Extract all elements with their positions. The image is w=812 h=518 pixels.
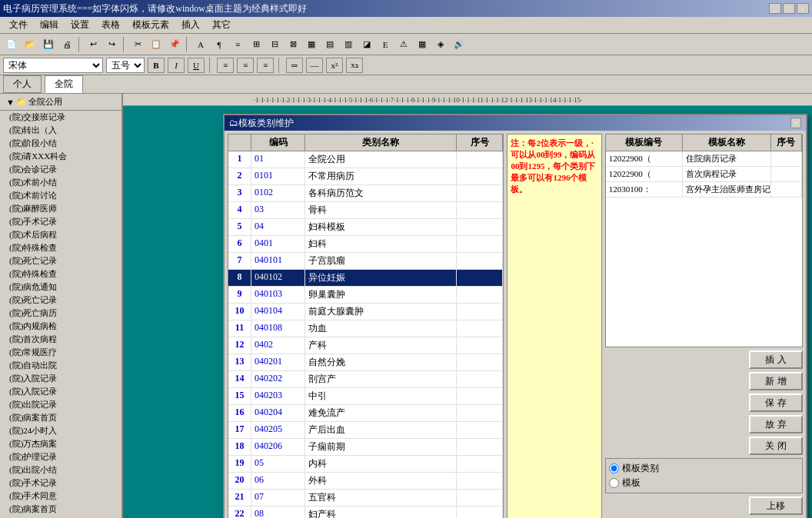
sidebar-item-8[interactable]: (院)手术记录 — [0, 215, 121, 228]
tab-personal[interactable]: 个人 — [3, 75, 42, 93]
sidebar-item-13[interactable]: (院)病危通知 — [0, 281, 121, 294]
tb-btn-extra1[interactable]: A — [192, 36, 209, 53]
right-row-2[interactable]: 12030100： 宫外孕主治医师查房记录 — [606, 182, 802, 198]
tb-btn-extra13[interactable]: ▦ — [414, 36, 431, 53]
table-row-9[interactable]: 10 040104 前庭大腺囊肿 — [228, 304, 503, 320]
sidebar-item-5[interactable]: (院)术前小结 — [0, 176, 121, 189]
sidebar-item-2[interactable]: (院)阶段小结 — [0, 137, 121, 150]
table-row-21[interactable]: 22 08 妇产科 — [228, 506, 503, 518]
move-up-button[interactable]: 上移 — [749, 496, 803, 515]
tb-btn-extra9[interactable]: ▥ — [340, 36, 357, 53]
sidebar-item-30[interactable]: (院)病案首页 — [0, 503, 121, 516]
sidebar-item-14[interactable]: (院)死亡记录 — [0, 294, 121, 307]
align-right-button[interactable]: ≡ — [257, 58, 274, 73]
sidebar-item-19[interactable]: (院)自动出院 — [0, 359, 121, 372]
close-window-button[interactable]: × — [797, 3, 809, 14]
paste-button[interactable]: 📌 — [166, 36, 183, 53]
bold-button[interactable]: B — [148, 58, 165, 73]
menu-template[interactable]: 模板元素 — [126, 17, 175, 33]
tb-btn-extra12[interactable]: ⚠ — [395, 36, 412, 53]
table-row-13[interactable]: 14 040202 剖宫产 — [228, 371, 503, 388]
fmt-extra1[interactable]: ═ — [286, 58, 303, 73]
radio-category[interactable]: 模板类别 — [609, 462, 799, 475]
font-size-select[interactable]: 五号 — [106, 58, 145, 73]
sidebar-item-9[interactable]: (院)术后病程 — [0, 228, 121, 241]
sidebar-item-16[interactable]: (院)内规病检 — [0, 320, 121, 333]
sidebar-item-18[interactable]: (院)常规医疗 — [0, 346, 121, 359]
menu-file[interactable]: 文件 — [3, 17, 34, 33]
align-left-button[interactable]: ≡ — [217, 58, 234, 73]
save-button[interactable]: 保 存 — [749, 393, 803, 412]
save-toolbar-button[interactable]: 💾 — [40, 36, 57, 53]
sidebar-item-17[interactable]: (院)首次病程 — [0, 333, 121, 346]
sidebar-item-1[interactable]: (院)转出（入 — [0, 124, 121, 137]
underline-button[interactable]: U — [188, 58, 205, 73]
table-row-4[interactable]: 5 04 妇科模板 — [228, 219, 503, 236]
font-family-select[interactable]: 宋体 — [3, 58, 103, 73]
tab-all[interactable]: 全院 — [45, 75, 83, 93]
table-row-15[interactable]: 16 040204 难免流产 — [228, 405, 503, 422]
table-row-10[interactable]: 11 040108 功血 — [228, 320, 503, 337]
tb-btn-extra3[interactable]: ≡ — [229, 36, 246, 53]
tb-btn-extra10[interactable]: ◪ — [358, 36, 375, 53]
right-row-0[interactable]: 12022900（ 住院病历记录 — [606, 151, 802, 167]
maximize-button[interactable]: □ — [783, 3, 795, 14]
undo-button[interactable]: ↩ — [85, 36, 102, 53]
sidebar-item-26[interactable]: (院)护理记录 — [0, 450, 121, 463]
fmt-extra3[interactable]: x² — [326, 58, 343, 73]
sidebar-item-15[interactable]: (院)死亡病历 — [0, 307, 121, 320]
table-row-6[interactable]: 7 040101 子宫肌瘤 — [228, 253, 503, 270]
table-row-20[interactable]: 21 07 五官科 — [228, 490, 503, 506]
add-button[interactable]: 新 增 — [749, 372, 803, 390]
fmt-extra2[interactable]: — — [306, 58, 323, 73]
sidebar-item-24[interactable]: (院)24小时入 — [0, 424, 121, 437]
italic-button[interactable]: I — [168, 58, 185, 73]
sidebar-item-21[interactable]: (院)入院记录 — [0, 385, 121, 398]
right-row-1[interactable]: 12022900（ 首次病程记录 — [606, 167, 802, 182]
tb-btn-extra2[interactable]: ¶ — [211, 36, 228, 53]
sidebar-item-3[interactable]: (院)请XXX科会 — [0, 150, 121, 163]
close-button[interactable]: 关 闭 — [749, 437, 803, 455]
table-row-16[interactable]: 17 040205 产后出血 — [228, 422, 503, 439]
table-row-2[interactable]: 3 0102 各科病历范文 — [228, 185, 503, 202]
sidebar-item-22[interactable]: (院)出院记录 — [0, 398, 121, 411]
modal-close-button[interactable]: × — [790, 118, 801, 128]
radio-template[interactable]: 模板 — [609, 476, 799, 490]
menu-other[interactable]: 其它 — [206, 17, 237, 33]
copy-button[interactable]: 📋 — [148, 36, 165, 53]
table-row-18[interactable]: 19 05 内科 — [228, 456, 503, 473]
new-button[interactable]: 📄 — [3, 36, 20, 53]
sidebar-item-11[interactable]: (院)死亡记录 — [0, 254, 121, 267]
redo-button[interactable]: ↪ — [103, 36, 120, 53]
table-row-12[interactable]: 13 040201 自然分娩 — [228, 354, 503, 371]
sidebar-tree[interactable]: (院)交接班记录(院)转出（入(院)阶段小结(院)请XXX科会(院)会诊记录(院… — [0, 111, 121, 518]
table-row-17[interactable]: 18 040206 子痫前期 — [228, 439, 503, 456]
table-row-5[interactable]: 6 0401 妇科 — [228, 236, 503, 253]
table-row-11[interactable]: 12 0402 产科 — [228, 337, 503, 354]
table-row-3[interactable]: 4 03 骨科 — [228, 202, 503, 219]
tb-btn-extra7[interactable]: ▦ — [303, 36, 320, 53]
sidebar-item-12[interactable]: (院)特殊检查 — [0, 267, 121, 281]
menu-settings[interactable]: 设置 — [65, 17, 95, 33]
open-button[interactable]: 📂 — [22, 36, 38, 53]
tb-btn-extra8[interactable]: ▤ — [321, 36, 338, 53]
print-button[interactable]: 🖨 — [58, 36, 75, 53]
table-row-8[interactable]: 9 040103 卵巢囊肿 — [228, 287, 503, 304]
align-center-button[interactable]: ≡ — [237, 58, 254, 73]
tb-btn-extra6[interactable]: ⊠ — [285, 36, 301, 53]
tb-btn-extra14[interactable]: ◈ — [432, 36, 449, 53]
cut-button[interactable]: ✂ — [129, 36, 146, 53]
fmt-extra4[interactable]: x₂ — [346, 58, 363, 73]
sidebar-item-20[interactable]: (院)入院记录 — [0, 372, 121, 385]
table-row-0[interactable]: 1 01 全院公用 — [228, 151, 503, 168]
sidebar-item-25[interactable]: (院)万杰病案 — [0, 437, 121, 450]
menu-insert[interactable]: 插入 — [175, 17, 206, 33]
sidebar-item-29[interactable]: (院)手术同意 — [0, 490, 121, 503]
insert-button[interactable]: 插 入 — [749, 350, 803, 369]
table-body[interactable]: 1 01 全院公用 2 0101 不常用病历 3 0102 各科病历范文 4 0… — [228, 151, 503, 518]
menu-edit[interactable]: 编辑 — [34, 17, 65, 33]
table-row-7[interactable]: 8 040102 异位妊娠 — [228, 270, 503, 287]
menu-table[interactable]: 表格 — [95, 17, 126, 33]
sidebar-item-28[interactable]: (院)手术记录 — [0, 476, 121, 490]
sidebar-item-7[interactable]: (院)麻醉医师 — [0, 202, 121, 215]
